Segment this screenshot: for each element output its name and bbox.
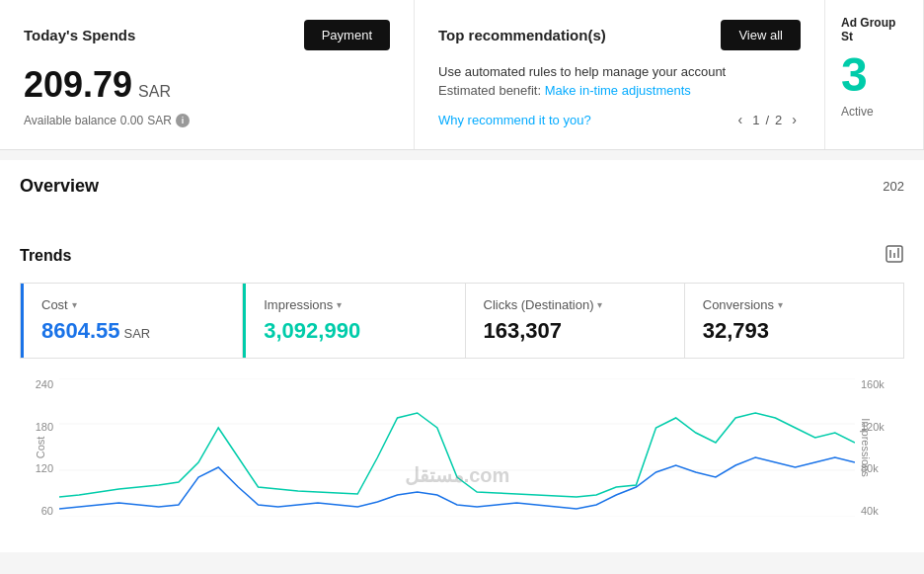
adgroup-status: Active (841, 105, 907, 119)
adgroup-title: Ad Group St (841, 16, 907, 43)
spends-amount: 209.79 SAR (24, 64, 390, 106)
adgroup-card: Ad Group St 3 Active (825, 0, 924, 149)
pagination: ‹ 1 / 2 › (734, 110, 801, 129)
spends-title: Today's Spends (24, 27, 135, 43)
recommendation-title: Top recommendation(s) (438, 27, 606, 43)
page-separator: / (765, 113, 769, 127)
rec-why-link[interactable]: Why recommend it to you? (438, 113, 591, 127)
payment-button[interactable]: Payment (304, 20, 390, 50)
metric-cost[interactable]: Cost ▾ 8604.55SAR (21, 284, 243, 358)
available-balance: Available balance 0.00 SAR i (24, 114, 390, 127)
cost-dropdown-icon[interactable]: ▾ (72, 299, 77, 310)
overview-section: Overview 202 (0, 160, 924, 228)
spends-currency: SAR (138, 83, 171, 101)
clicks-dropdown-icon[interactable]: ▾ (597, 299, 602, 310)
metric-clicks-value: 163,307 (484, 318, 666, 344)
next-page-button[interactable]: › (788, 110, 801, 129)
rec-description: Use automated rules to help manage your … (438, 64, 801, 79)
view-all-button[interactable]: View all (721, 20, 801, 50)
y-right-label-4: 40k (861, 505, 879, 517)
chart-svg-wrapper: Cost Impressions مستقل.com (59, 378, 855, 517)
info-icon: i (176, 114, 190, 127)
y-left-label-4: 60 (41, 505, 53, 517)
impressions-dropdown-icon[interactable]: ▾ (337, 299, 342, 310)
page-total: 2 (775, 113, 782, 127)
metric-cost-value: 8604.55SAR (41, 318, 224, 344)
recommendation-header: Top recommendation(s) View all (438, 20, 801, 50)
rec-benefit: Estimated benefit: Make in-time adjustme… (438, 83, 801, 98)
chart-area: 240 180 120 60 160k 120k 80k 40k Cost Im… (20, 378, 904, 536)
metric-conversions[interactable]: Conversions ▾ 32,793 (685, 284, 903, 358)
overview-year: 202 (883, 179, 904, 194)
overview-header: Overview 202 (20, 176, 904, 197)
metrics-row: Cost ▾ 8604.55SAR Impressions ▾ 3,092,99… (20, 283, 904, 359)
y-right-label-1: 160k (861, 378, 885, 390)
export-icon[interactable] (885, 244, 904, 267)
spends-card: Today's Spends Payment 209.79 SAR Availa… (0, 0, 415, 149)
page-current: 1 (752, 113, 759, 127)
y-left-label-1: 240 (36, 378, 53, 390)
spends-header: Today's Spends Payment (24, 20, 390, 50)
overview-title: Overview (20, 176, 99, 197)
trends-title: Trends (20, 247, 71, 265)
spends-value: 209.79 (24, 64, 132, 106)
chart-axis-label-right: Impressions (859, 418, 871, 476)
rec-footer: Why recommend it to you? ‹ 1 / 2 › (438, 110, 801, 129)
trends-section: Trends Cost ▾ 8604.55SAR Impressions ▾ (0, 228, 924, 552)
metric-conversions-value: 32,793 (703, 318, 886, 344)
metric-conversions-label: Conversions ▾ (703, 297, 886, 312)
balance-label: Available balance (24, 114, 116, 127)
metric-clicks-label: Clicks (Destination) ▾ (484, 297, 666, 312)
trends-header: Trends (20, 244, 904, 267)
metric-clicks[interactable]: Clicks (Destination) ▾ 163,307 (466, 284, 685, 358)
prev-page-button[interactable]: ‹ (734, 110, 747, 129)
balance-currency: SAR (147, 114, 172, 127)
metric-impressions-value: 3,092,990 (264, 318, 446, 344)
recommendation-card: Top recommendation(s) View all Use autom… (415, 0, 825, 149)
y-left-label-3: 120 (36, 462, 53, 474)
balance-value: 0.00 (120, 114, 143, 127)
conversions-dropdown-icon[interactable]: ▾ (778, 299, 783, 310)
rec-benefit-link[interactable]: Make in-time adjustments (545, 83, 691, 98)
chart-axis-label-left: Cost (35, 437, 46, 459)
rec-benefit-prefix: Estimated benefit: (438, 83, 541, 98)
metric-impressions-label: Impressions ▾ (264, 297, 446, 312)
chart-lines (59, 378, 855, 517)
adgroup-number: 3 (841, 51, 907, 99)
metric-cost-label: Cost ▾ (41, 297, 224, 312)
y-left-label-2: 180 (36, 421, 53, 433)
metric-impressions[interactable]: Impressions ▾ 3,092,990 (243, 284, 465, 358)
